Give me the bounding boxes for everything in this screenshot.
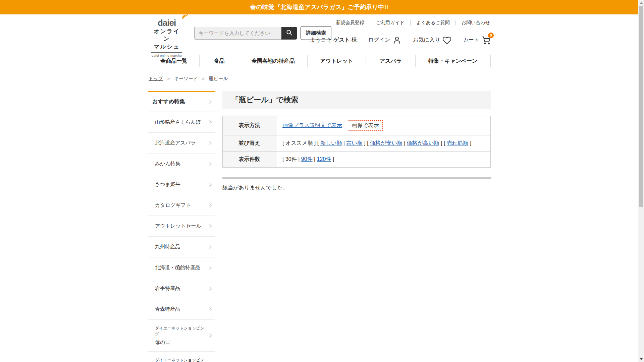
sidebar-item-label: 山形県産さくらんぼ: [155, 119, 206, 125]
option-current: 30件: [285, 156, 297, 162]
option-group: [ 新しい順 | 古い順 ]: [317, 140, 366, 146]
display-image-only-current: 画像で表示: [348, 120, 383, 131]
nav-link[interactable]: アスパラ: [366, 55, 415, 67]
logo-subtitle: daiei online marche: [151, 52, 182, 57]
option-link[interactable]: 売れ筋順: [447, 140, 468, 146]
sidebar-item[interactable]: 北海道産アスパラ: [148, 133, 215, 154]
cart-count-badge: 0: [488, 33, 494, 38]
nav-item: 特集・キャンペーン: [415, 55, 491, 67]
utility-link[interactable]: よくあるご質問: [411, 20, 455, 26]
option-link[interactable]: 新しい順: [320, 140, 342, 146]
sidebar-title[interactable]: おすすめ特集: [148, 92, 215, 112]
breadcrumb-home-link[interactable]: トップ: [149, 76, 163, 81]
welcome-prefix: ようこそ: [310, 37, 332, 43]
sidebar-item-label: 北海道・函館特産品: [155, 264, 206, 271]
favorites-link[interactable]: お気に入り: [413, 36, 451, 45]
chevron-right-icon: [208, 183, 211, 186]
vertical-scrollbar[interactable]: [638, 0, 644, 362]
account-row: ようこそ ゲスト 様 ログイン お気に入り: [310, 36, 491, 45]
search-box: [194, 27, 297, 40]
nav-item: 全国各地の特産品: [239, 55, 307, 67]
empty-results-message: 該当がありませんでした。: [222, 184, 491, 200]
page-title: 「瓶ビール」で検索: [222, 91, 491, 109]
display-with-text-link[interactable]: 画像プラス説明文で表示: [282, 122, 342, 128]
count-row: 表示件数 [ 30件 | 90件 | 120件 ]: [223, 152, 491, 168]
promo-banner-text: 春の味覚『北海道産アスパラガス』ご予約承り中!!: [250, 4, 388, 10]
utility-link[interactable]: 新規会員登録: [330, 20, 370, 26]
favorites-label: お気に入り: [413, 37, 440, 44]
welcome-suffix: 様: [352, 37, 357, 43]
sidebar-item-label: カタログギフト: [155, 202, 206, 208]
search-button[interactable]: [281, 27, 297, 40]
logo-title-line1: オンライン: [151, 28, 183, 43]
breadcrumb-separator: >: [202, 76, 205, 81]
count-label: 表示件数: [223, 152, 276, 168]
option-current: オススメ順: [285, 140, 313, 146]
utility-link-item: よくあるご質問: [410, 20, 455, 26]
sidebar-item[interactable]: みかん特集: [148, 154, 215, 174]
sidebar-item-sublabel: ダイエーネットショッピング: [155, 325, 206, 337]
content-area: おすすめ特集 山形県産さくらんぼ北海道産アスパラみかん特集さつま姫牛カタログギフ…: [148, 91, 491, 362]
utility-link[interactable]: ご利用ガイド: [370, 20, 410, 26]
breadcrumb-current: 瓶ビール: [209, 76, 228, 81]
results-divider-bar: [222, 177, 491, 179]
option-group: [ 価格が安い順 | 価格が高い順 ]: [367, 140, 442, 146]
page-container: daiei オンライン マルシェ daiei online marche 詳細検…: [148, 14, 491, 362]
sidebar-item-label: 母の日: [155, 339, 206, 346]
cart-label: カート: [463, 37, 479, 44]
sidebar-list: 山形県産さくらんぼ北海道産アスパラみかん特集さつま姫牛カタログギフトアウトレット…: [148, 112, 215, 362]
option-link[interactable]: 古い順: [346, 140, 362, 146]
nav-link[interactable]: 特集・キャンペーン: [416, 55, 490, 67]
option-group: [ オススメ順 ]: [282, 140, 316, 146]
sidebar-item-label: 北海道産アスパラ: [155, 140, 206, 146]
nav-link[interactable]: 食品: [200, 55, 239, 67]
chevron-right-icon: [208, 100, 211, 104]
promo-banner: 春の味覚『北海道産アスパラガス』ご予約承り中!!: [0, 0, 638, 14]
cart-link[interactable]: カート 0: [463, 36, 491, 45]
search-input[interactable]: [194, 27, 281, 40]
header-right: 新規会員登録ご利用ガイドよくあるご質問お問い合わせ ようこそ ゲスト 様 ログイ…: [310, 14, 491, 45]
utility-links: 新規会員登録ご利用ガイドよくあるご質問お問い合わせ: [310, 20, 491, 26]
sidebar-item[interactable]: ダイエーネットショッピング母の日: [148, 320, 215, 352]
sidebar-item-label: みかん特集: [155, 161, 206, 167]
option-link[interactable]: 価格が安い順: [370, 140, 402, 146]
chevron-right-icon: [208, 120, 211, 124]
logo-brand-text: daiei: [158, 18, 176, 27]
sidebar-item-label: 九州特産品: [155, 244, 206, 250]
sidebar-item[interactable]: 九州特産品: [148, 237, 215, 257]
login-link[interactable]: ログイン: [368, 36, 402, 45]
nav-link[interactable]: アウトレット: [308, 55, 366, 67]
sidebar-item[interactable]: ダイエーネットショッピング父の日: [148, 352, 215, 362]
sidebar-item[interactable]: カタログギフト: [148, 195, 215, 216]
nav-item: 食品: [199, 55, 239, 67]
sidebar-item[interactable]: 青森特産品: [148, 299, 215, 320]
utility-link[interactable]: お問い合わせ: [456, 20, 491, 26]
sort-label: 並び替え: [223, 135, 276, 152]
search-options-table: 表示方法 画像プラス説明文で表示 画像で表示 並び替え [ オススメ順 ] [ …: [222, 116, 491, 168]
option-link[interactable]: 120件: [317, 156, 331, 162]
sidebar-item[interactable]: さつま姫牛: [148, 174, 215, 195]
scrollbar-thumb[interactable]: [639, 6, 643, 207]
welcome-message: ようこそ ゲスト 様: [310, 37, 357, 44]
scrollbar-down-arrow-icon[interactable]: [638, 356, 644, 362]
site-header: daiei オンライン マルシェ daiei online marche 詳細検…: [148, 14, 491, 53]
heart-icon: [442, 36, 451, 45]
option-link[interactable]: 90件: [301, 156, 313, 162]
sidebar-item[interactable]: 北海道・函館特産品: [148, 257, 215, 278]
sidebar-item-sublabel: ダイエーネットショッピング: [155, 357, 206, 362]
display-method-options: 画像プラス説明文で表示 画像で表示: [276, 116, 491, 135]
sidebar-item[interactable]: アウトレットセール: [148, 216, 215, 237]
breadcrumb-keyword: キーワード: [174, 76, 198, 81]
nav-link[interactable]: 全国各地の特産品: [239, 55, 307, 67]
option-link[interactable]: 価格が高い順: [407, 140, 439, 146]
logo-title-line2: マルシェ: [151, 43, 183, 51]
person-icon: [392, 36, 401, 45]
sidebar-item[interactable]: 山形県産さくらんぼ: [148, 112, 215, 133]
site-logo[interactable]: daiei オンライン マルシェ daiei online marche: [151, 18, 183, 57]
nav-item: アウトレット: [307, 55, 366, 67]
scrollbar-up-arrow-icon[interactable]: [638, 0, 644, 6]
sidebar-item[interactable]: 岩手特産品: [148, 278, 215, 299]
login-label: ログイン: [368, 37, 390, 44]
sidebar-item-label: さつま姫牛: [155, 181, 206, 188]
sidebar-item-label: 岩手特産品: [155, 285, 206, 292]
